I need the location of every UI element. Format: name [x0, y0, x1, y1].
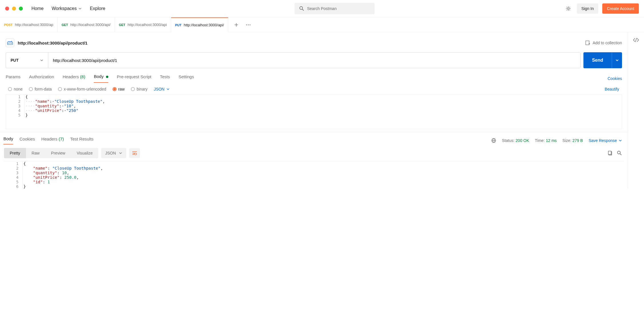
method-badge: GET	[61, 23, 68, 27]
line-number: 3	[4, 170, 23, 175]
method-select[interactable]: PUT	[6, 53, 48, 68]
view-preview[interactable]: Preview	[45, 148, 71, 158]
radio-icon	[8, 87, 12, 91]
minimize-window-icon[interactable]	[12, 7, 16, 11]
size-label: Size:	[563, 138, 571, 143]
code-value: 1	[47, 180, 50, 184]
response-body-editor[interactable]: 1{ 2 "name": "CloseUp Toothpaste", 3 "qu…	[4, 161, 624, 189]
request-body-editor[interactable]: 1{ 2····"name":·"CloseUp Toothpaste", 3·…	[6, 94, 622, 129]
tab-label: http://localhost:3000/api/	[184, 23, 224, 27]
maximize-window-icon[interactable]	[19, 7, 23, 11]
resp-tab-headers[interactable]: Headers (7)	[41, 137, 64, 144]
body-formdata[interactable]: form-data	[29, 87, 52, 91]
body-xwww[interactable]: x-www-form-urlencoded	[58, 87, 106, 91]
body-options: none form-data x-www-form-urlencoded raw…	[0, 83, 628, 94]
search-input[interactable]: Search Postman	[295, 3, 375, 14]
nav-explore[interactable]: Explore	[90, 6, 105, 11]
tab-put-active[interactable]: PUT http://localhost:3000/api/	[171, 17, 228, 32]
method-value: PUT	[11, 58, 19, 63]
send-button[interactable]: Send	[583, 52, 612, 68]
code-value: 250.0	[64, 175, 76, 180]
view-raw[interactable]: Raw	[26, 148, 45, 158]
copy-button[interactable]	[608, 151, 613, 156]
view-pretty[interactable]: Pretty	[4, 148, 26, 158]
wrap-lines-button[interactable]	[129, 148, 140, 158]
subtab-prerequest[interactable]: Pre-request Script	[117, 74, 151, 83]
more-tabs-icon[interactable]	[245, 23, 251, 27]
add-to-collection-label: Add to collection	[593, 41, 622, 45]
svg-line-1	[302, 9, 304, 11]
resp-tab-body[interactable]: Body	[3, 136, 13, 145]
body-type-select[interactable]: JSON	[154, 87, 169, 91]
resp-tab-testresults[interactable]: Test Results	[70, 137, 94, 144]
save-icon	[585, 40, 590, 45]
beautify-button[interactable]: Beautify	[605, 87, 622, 91]
wrap-icon	[132, 151, 137, 155]
settings-button[interactable]	[564, 4, 573, 13]
status-label: Status:	[502, 138, 515, 143]
save-response-button[interactable]: Save Response	[589, 138, 622, 143]
save-response-label: Save Response	[589, 138, 617, 143]
method-badge: POST	[4, 23, 13, 27]
line-number: 3	[6, 104, 25, 108]
body-none[interactable]: none	[8, 87, 23, 91]
url-input[interactable]	[48, 53, 580, 68]
resp-headers-label: Headers	[41, 137, 57, 141]
tab-label: http://localhost:3000/api/	[70, 23, 111, 27]
response-type-value: JSON	[105, 151, 116, 155]
subtab-authorization[interactable]: Authorization	[29, 74, 54, 83]
send-dropdown[interactable]	[612, 52, 622, 68]
code-value: "10"	[64, 104, 74, 108]
add-to-collection-button[interactable]: Add to collection	[585, 40, 622, 45]
method-badge: GET	[119, 23, 125, 27]
radio-icon	[29, 87, 33, 91]
code-value: 10	[62, 170, 67, 175]
chevron-down-icon	[166, 87, 170, 91]
subtab-body-label: Body	[94, 74, 103, 79]
size-value: 279 B	[573, 138, 583, 143]
body-raw[interactable]: raw	[113, 87, 125, 91]
subtab-tests[interactable]: Tests	[160, 74, 170, 83]
body-binary-label: binary	[137, 87, 147, 91]
tab-get-2[interactable]: GET http://localhost:3000/api	[115, 17, 171, 32]
tab-post[interactable]: POST http://localhost:3000/ap	[0, 17, 57, 32]
window-controls	[5, 7, 23, 11]
chevron-down-icon	[615, 59, 619, 62]
subtab-settings[interactable]: Settings	[179, 74, 194, 83]
search-icon	[299, 6, 304, 11]
request-subtabs: Params Authorization Headers (8) Body Pr…	[0, 68, 628, 83]
svg-rect-8	[586, 41, 589, 45]
response-tabs: Body Cookies Headers (7) Test Results St…	[0, 132, 628, 145]
subtab-headers-label: Headers	[63, 74, 79, 79]
line-number: 2	[4, 166, 23, 170]
nav-workspaces[interactable]: Workspaces	[52, 6, 82, 11]
code-value: "CloseUp Toothpaste"	[52, 166, 101, 170]
resp-tab-cookies[interactable]: Cookies	[19, 137, 35, 144]
tab-get-1[interactable]: GET http://localhost:3000/api/	[57, 17, 115, 32]
close-window-icon[interactable]	[5, 7, 9, 11]
nav-home[interactable]: Home	[31, 6, 44, 11]
create-account-button[interactable]: Create Account	[602, 3, 639, 14]
view-visualize[interactable]: Visualize	[71, 148, 98, 158]
response-toolbar: Pretty Raw Preview Visualize JSON	[0, 145, 628, 161]
code-key: "unitPrice"	[35, 108, 62, 113]
cookies-link[interactable]: Cookies	[607, 76, 622, 81]
subtab-headers[interactable]: Headers (8)	[63, 74, 85, 83]
svg-point-2	[567, 8, 569, 9]
page-title: http://localhost:3000/api/product/1	[18, 41, 87, 45]
code-icon[interactable]	[633, 37, 639, 43]
sign-in-button[interactable]: Sign In	[577, 3, 599, 14]
subtab-params[interactable]: Params	[6, 74, 21, 83]
globe-icon[interactable]	[491, 138, 496, 143]
body-binary[interactable]: binary	[131, 87, 147, 91]
subtab-body[interactable]: Body	[94, 74, 108, 83]
view-mode-segmented: Pretty Raw Preview Visualize	[4, 148, 98, 158]
search-response-button[interactable]	[617, 151, 622, 156]
top-nav: Home Workspaces Explore	[31, 6, 105, 11]
svg-line-17	[620, 154, 621, 155]
radio-icon	[131, 87, 135, 91]
code-value: "250"	[66, 108, 78, 113]
line-number: 4	[4, 175, 23, 180]
response-type-select[interactable]: JSON	[101, 148, 126, 158]
new-tab-button[interactable]	[234, 23, 239, 27]
